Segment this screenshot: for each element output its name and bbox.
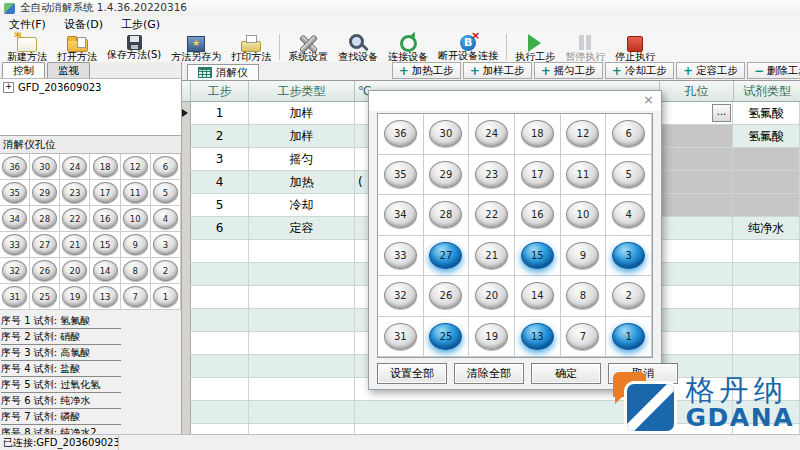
menu-item-0[interactable]: 文件(F) [0, 16, 55, 33]
hole-11[interactable]: 11 [123, 182, 148, 203]
dialog-hole-23[interactable]: 23 [475, 161, 508, 188]
hole-36[interactable]: 36 [2, 156, 27, 177]
run-step-button[interactable]: 执行工步 [510, 32, 560, 62]
hole-28[interactable]: 28 [32, 208, 57, 229]
reagent-item-4[interactable]: 序号 4 试剂: 盐酸 [1, 361, 121, 377]
reagent-item-6[interactable]: 序号 6 试剂: 纯净水 [1, 393, 121, 409]
hole-19[interactable]: 19 [62, 286, 87, 307]
dialog-hole-24[interactable]: 24 [475, 120, 508, 147]
left-tab-1[interactable]: 监视 [47, 62, 90, 78]
device-tree-item[interactable]: + GFD_203609023 [0, 78, 181, 95]
dialog-hole-29[interactable]: 29 [429, 161, 462, 188]
disconnect-device-button[interactable]: 断开设备连接 [433, 32, 503, 62]
dialog-hole-2[interactable]: 2 [612, 282, 645, 309]
dialog-hole-15[interactable]: 15 [521, 242, 554, 269]
cell-step-number[interactable]: 4 [191, 171, 249, 193]
dialog-hole-22[interactable]: 22 [475, 201, 508, 228]
dialog-hole-9[interactable]: 9 [566, 242, 599, 269]
hole-32[interactable]: 32 [2, 260, 27, 281]
hole-9[interactable]: 9 [123, 234, 148, 255]
dialog-hole-7[interactable]: 7 [566, 323, 599, 350]
cell-step-type[interactable]: 定容 [249, 217, 355, 239]
dialog-hole-34[interactable]: 34 [384, 201, 417, 228]
cell-hole-position[interactable] [659, 217, 733, 239]
add-cool-step-button[interactable]: +冷却工步 [605, 62, 674, 79]
dialog-hole-6[interactable]: 6 [612, 120, 645, 147]
dialog-hole-18[interactable]: 18 [521, 120, 554, 147]
hole-27[interactable]: 27 [32, 234, 57, 255]
reagent-item-2[interactable]: 序号 2 试剂: 硝酸 [1, 329, 121, 345]
row-selector-cell[interactable] [182, 217, 191, 239]
dialog-hole-14[interactable]: 14 [521, 282, 554, 309]
hole-34[interactable]: 34 [2, 208, 27, 229]
hole-picker-button[interactable]: ... [712, 104, 731, 122]
close-icon[interactable]: × [643, 93, 654, 107]
hole-20[interactable]: 20 [62, 260, 87, 281]
dialog-hole-8[interactable]: 8 [566, 282, 599, 309]
dialog-hole-33[interactable]: 33 [384, 242, 417, 269]
dialog-hole-1[interactable]: 1 [612, 323, 645, 350]
add-shake-step-button[interactable]: +摇匀工步 [534, 62, 603, 79]
row-selector-cell[interactable] [182, 102, 191, 124]
tab-digester[interactable]: 消解仪 [187, 64, 259, 80]
hole-17[interactable]: 17 [93, 182, 118, 203]
dialog-hole-11[interactable]: 11 [566, 161, 599, 188]
cell-step-type[interactable]: 摇匀 [249, 148, 355, 170]
dialog-hole-21[interactable]: 21 [475, 242, 508, 269]
add-volume-step-button[interactable]: +定容工步 [676, 62, 745, 79]
hole-15[interactable]: 15 [93, 234, 118, 255]
print-method-button[interactable]: 打印方法 [226, 32, 276, 62]
dialog-hole-3[interactable]: 3 [612, 242, 645, 269]
row-selector-cell[interactable] [182, 125, 191, 147]
hole-7[interactable]: 7 [123, 286, 148, 307]
dialog-hole-20[interactable]: 20 [475, 282, 508, 309]
hole-5[interactable]: 5 [153, 182, 178, 203]
dialog-hole-5[interactable]: 5 [612, 161, 645, 188]
hole-13[interactable]: 13 [93, 286, 118, 307]
cell-step-number[interactable]: 6 [191, 217, 249, 239]
hole-8[interactable]: 8 [123, 260, 148, 281]
hole-18[interactable]: 18 [93, 156, 118, 177]
dialog-hole-36[interactable]: 36 [384, 120, 417, 147]
add-heat-step-button[interactable]: +加热工步 [392, 62, 461, 79]
hole-2[interactable]: 2 [153, 260, 178, 281]
dialog-hole-13[interactable]: 13 [521, 323, 554, 350]
connect-device-button[interactable]: 连接设备 [383, 32, 433, 62]
system-settings-button[interactable]: 系统设置 [283, 32, 333, 62]
reagent-item-3[interactable]: 序号 3 试剂: 高氯酸 [1, 345, 121, 361]
hole-21[interactable]: 21 [62, 234, 87, 255]
clear-all-button[interactable]: 清除全部 [454, 363, 524, 384]
new-method-button[interactable]: 新建方法 [2, 32, 52, 62]
hole-1[interactable]: 1 [153, 286, 178, 307]
menu-item-1[interactable]: 设备(D) [55, 16, 112, 33]
dialog-hole-32[interactable]: 32 [384, 282, 417, 309]
hole-3[interactable]: 3 [153, 234, 178, 255]
hole-16[interactable]: 16 [93, 208, 118, 229]
menu-item-2[interactable]: 工步(G) [112, 16, 169, 33]
hole-10[interactable]: 10 [123, 208, 148, 229]
row-selector-cell[interactable] [182, 194, 191, 216]
find-device-button[interactable]: 查找设备 [333, 32, 383, 62]
dialog-hole-26[interactable]: 26 [429, 282, 462, 309]
left-tab-0[interactable]: 控制 [2, 62, 45, 78]
hole-23[interactable]: 23 [62, 182, 87, 203]
cell-reagent-type[interactable]: 氢氟酸 [733, 125, 800, 147]
hole-26[interactable]: 26 [32, 260, 57, 281]
delete-step-button[interactable]: −删除工步 [747, 62, 800, 79]
cell-step-number[interactable]: 5 [191, 194, 249, 216]
cell-step-number[interactable]: 3 [191, 148, 249, 170]
dialog-hole-19[interactable]: 19 [475, 323, 508, 350]
hole-25[interactable]: 25 [32, 286, 57, 307]
cell-step-type[interactable]: 加样 [249, 102, 355, 124]
dialog-hole-12[interactable]: 12 [566, 120, 599, 147]
reagent-item-5[interactable]: 序号 5 试剂: 过氧化氢 [1, 377, 121, 393]
save-method-as-button[interactable]: 方法另存为 [166, 32, 226, 62]
cell-hole-position[interactable]: ... [659, 102, 733, 124]
open-method-button[interactable]: 打开方法 [52, 32, 102, 62]
hole-31[interactable]: 31 [2, 286, 27, 307]
dialog-hole-30[interactable]: 30 [429, 120, 462, 147]
set-all-button[interactable]: 设置全部 [377, 363, 447, 384]
save-method-button[interactable]: 保存方法(S) [102, 32, 166, 62]
hole-33[interactable]: 33 [2, 234, 27, 255]
stop-step-button[interactable]: 停止执行 [610, 32, 660, 62]
